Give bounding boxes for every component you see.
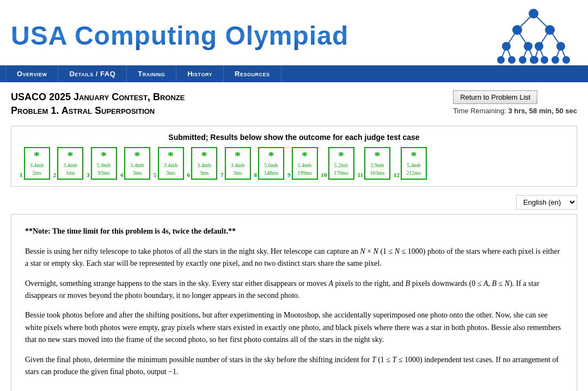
note-text: **Note: The time limit for this problem … [25, 227, 236, 235]
language-selector-area: English (en)Spanish (es)Chinese (zh) [11, 195, 577, 210]
test-case-box: *5.4mb199ms [292, 147, 318, 180]
test-case-box: *3.4mb2ms [24, 147, 50, 180]
tc-number: 11 [358, 172, 363, 180]
paragraph-1: Bessie is using her nifty telescope to t… [25, 246, 563, 270]
problem-note: **Note: The time limit for this problem … [25, 225, 563, 237]
problem-header-right: Return to Problem List Time Remaining: 3… [453, 90, 577, 115]
tc-details: 3.9mb163ms [370, 162, 385, 177]
tc-star: * [68, 150, 74, 162]
tc-details: 5.2mb170ms [334, 162, 348, 177]
svg-point-15 [512, 25, 522, 35]
tc-details: 3.4mb2ms [30, 162, 44, 177]
svg-point-23 [519, 56, 526, 64]
tc-star: * [235, 150, 241, 162]
tc-number: 8 [254, 172, 258, 180]
tc-details: 5.0mb93ms [97, 162, 111, 177]
problem-header: USACO 2025 January Contest, Bronze Probl… [11, 90, 577, 118]
time-label: Time Remaining: [453, 107, 506, 115]
tc-star: * [302, 150, 308, 162]
results-box: Submitted; Results below show the outcom… [11, 126, 577, 187]
svg-point-18 [524, 42, 532, 51]
tc-star: * [101, 150, 107, 162]
language-select[interactable]: English (en)Spanish (es)Chinese (zh) [516, 195, 577, 210]
test-cases-list: 1*3.4mb2ms2*3.4mb1ms3*5.0mb93ms4*3.4mb3m… [20, 147, 568, 180]
main-content: USACO 2025 January Contest, Bronze Probl… [0, 82, 588, 391]
svg-point-26 [541, 56, 548, 64]
nav-training[interactable]: Training [127, 65, 176, 82]
svg-point-21 [497, 56, 505, 64]
contest-name: USACO 2025 January Contest, Bronze [11, 90, 185, 104]
return-to-problem-list-button[interactable]: Return to Problem List [453, 90, 537, 104]
tc-details: 3.4mb3ms [130, 162, 144, 177]
test-case-box: *3.4mb3ms [225, 147, 251, 180]
test-case-box: *5.2mb170ms [328, 147, 354, 180]
problem-name: Problem 1. Astral Superposition [11, 104, 185, 118]
paragraph-4: Given the final photo, determine the min… [25, 354, 563, 378]
tc-number: 3 [87, 172, 90, 180]
test-case-box: *3.9mb163ms [364, 147, 390, 180]
tc-number: 9 [287, 172, 291, 180]
test-case-box: *3.4mb3ms [158, 147, 184, 180]
tc-number: 10 [321, 172, 327, 180]
test-case-box: *5.0mb93ms [91, 147, 117, 180]
site-title: USA Computing Olympiad [11, 21, 348, 51]
tc-number: 12 [394, 172, 400, 180]
svg-point-16 [545, 25, 555, 35]
tc-number: 6 [187, 172, 191, 180]
svg-point-19 [535, 42, 543, 51]
paragraph-3: Bessie took photos before and after the … [25, 309, 563, 346]
nav-details-faq[interactable]: Details / FAQ [58, 65, 127, 82]
test-case-box: *5.4mb212ms [401, 147, 427, 180]
test-case-box: *5.0mb148ms [258, 147, 284, 180]
test-case-box: *3.4mb3ms [124, 147, 150, 180]
tc-details: 5.4mb212ms [407, 162, 421, 177]
tc-star: * [134, 150, 140, 162]
site-title-text: USA Computing Olympiad [11, 21, 348, 50]
tc-number: 4 [120, 172, 124, 180]
tc-number: 1 [20, 172, 23, 180]
tc-star: * [411, 150, 416, 162]
tc-star: * [338, 150, 344, 162]
svg-point-28 [562, 56, 570, 64]
svg-point-22 [508, 56, 516, 64]
tc-details: 5.4mb199ms [297, 162, 312, 177]
test-case-box: *3.4mb3ms [191, 147, 217, 180]
tc-star: * [268, 150, 274, 162]
problem-title: USACO 2025 January Contest, Bronze Probl… [11, 90, 185, 118]
time-value: 3 hrs, 58 min, 50 sec [509, 107, 577, 115]
tc-star: * [374, 150, 380, 162]
tc-star: * [34, 150, 40, 162]
nav-resources[interactable]: Resources [224, 65, 281, 82]
navigation: Overview Details / FAQ Training History … [0, 65, 588, 82]
tc-details: 3.4mb1ms [63, 162, 77, 177]
tc-number: 2 [53, 172, 57, 180]
svg-point-27 [552, 56, 559, 64]
tc-number: 7 [220, 172, 224, 180]
header: USA Computing Olympiad [0, 0, 588, 65]
tc-star: * [201, 150, 207, 162]
svg-point-25 [531, 56, 538, 64]
tc-details: 5.0mb148ms [264, 162, 279, 177]
tc-details: 3.4mb3ms [197, 162, 211, 177]
paragraph-2: Overnight, something strange happens to … [25, 278, 563, 302]
svg-point-17 [502, 42, 511, 51]
tc-details: 3.4mb3ms [164, 162, 177, 177]
tc-star: * [168, 150, 174, 162]
test-case-box: *3.4mb1ms [57, 147, 83, 180]
problem-title-block: USACO 2025 January Contest, Bronze Probl… [11, 90, 185, 118]
nav-overview[interactable]: Overview [5, 65, 58, 82]
nav-history[interactable]: History [176, 65, 224, 82]
tree-logo [490, 5, 577, 65]
svg-point-20 [556, 42, 565, 51]
time-remaining: Time Remaining: 3 hrs, 58 min, 50 sec [453, 107, 577, 115]
tc-number: 5 [154, 172, 157, 180]
svg-point-14 [529, 9, 538, 19]
problem-description: **Note: The time limit for this problem … [11, 214, 577, 391]
results-title: Submitted; Results below show the outcom… [20, 133, 568, 142]
tc-details: 3.4mb3ms [231, 162, 244, 177]
